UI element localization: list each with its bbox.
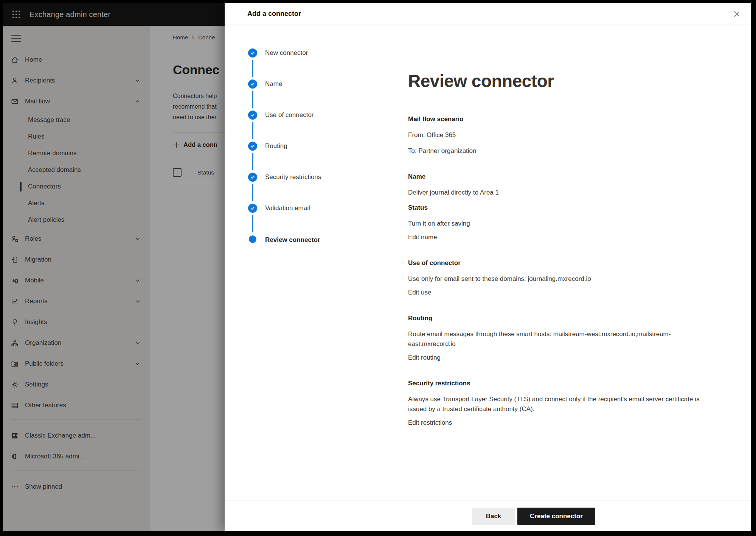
- panel-body: New connectorNameUse of connectorRouting…: [225, 25, 751, 500]
- app-window: Exchange admin center HomeRecipientsMail…: [3, 3, 751, 531]
- review-edit-link-edit-name[interactable]: Edit name: [408, 232, 709, 242]
- check-icon: [250, 50, 255, 56]
- review-section-title-security-restrictions: Security restrictions: [408, 379, 709, 388]
- step-circle: [248, 173, 257, 182]
- review-section-title-name: Name: [408, 172, 709, 182]
- check-icon: [250, 206, 255, 211]
- wizard-stepper: New connectorNameUse of connectorRouting…: [225, 25, 380, 500]
- review-text-use-only-for-email-sent-to-the: Use only for email sent to these domains…: [408, 274, 709, 284]
- review-heading: Review connector: [408, 70, 751, 92]
- close-icon: [733, 10, 740, 18]
- review-text-from-office-365: From: Office 365: [408, 130, 709, 140]
- review-section-title-routing: Routing: [408, 313, 709, 323]
- step-label: Validation email: [265, 204, 310, 213]
- review-edit-link-edit-use[interactable]: Edit use: [408, 288, 709, 298]
- step-label: Routing: [265, 142, 287, 151]
- review-content: Review connector Mail flow scenarioFrom:…: [380, 25, 751, 500]
- step-circle: [248, 204, 257, 213]
- step-security-restrictions[interactable]: Security restrictions: [248, 173, 380, 204]
- step-label: Security restrictions: [265, 173, 321, 182]
- review-section-title-mail-flow-scenario: Mail flow scenario: [408, 114, 709, 124]
- review-section-title-use-of-connector: Use of connector: [408, 258, 709, 268]
- panel-footer: Back Create connector: [225, 500, 751, 531]
- panel-title: Add a connector: [247, 10, 301, 18]
- review-blocks: Mail flow scenarioFrom: Office 365To: Pa…: [408, 114, 709, 428]
- step-circle: [248, 142, 257, 151]
- check-icon: [250, 175, 255, 180]
- step-circle: [249, 235, 256, 243]
- create-connector-button[interactable]: Create connector: [517, 508, 595, 525]
- step-routing[interactable]: Routing: [248, 142, 380, 173]
- step-label: New connector: [265, 48, 308, 58]
- step-label: Name: [265, 79, 282, 89]
- step-label: Use of connector: [265, 111, 314, 120]
- step-name[interactable]: Name: [248, 79, 380, 111]
- check-icon: [250, 112, 255, 118]
- review-text-deliver-journal-directly-to-ar: Deliver journal directly to Area 1: [408, 188, 709, 198]
- step-review-connector[interactable]: Review connector: [248, 235, 380, 266]
- step-use-of-connector[interactable]: Use of connector: [248, 111, 380, 142]
- review-section-title-status: Status: [408, 203, 709, 213]
- close-button[interactable]: [731, 8, 743, 20]
- review-edit-link-edit-routing[interactable]: Edit routing: [408, 353, 709, 363]
- step-label: Review connector: [265, 235, 320, 245]
- review-text-route-email-messages-through-t: Route email messages through these smart…: [408, 329, 709, 349]
- review-text-turn-it-on-after-saving: Turn it on after saving: [408, 219, 709, 229]
- step-circle: [248, 79, 257, 89]
- panel-header: Add a connector: [225, 3, 751, 25]
- step-new-connector[interactable]: New connector: [248, 48, 380, 79]
- step-circle: [248, 111, 257, 120]
- step-validation-email[interactable]: Validation email: [248, 204, 380, 235]
- review-edit-link-edit-restrictions[interactable]: Edit restrictions: [408, 418, 709, 428]
- add-connector-panel: Add a connector New connectorNameUse of …: [225, 3, 751, 531]
- step-circle: [248, 48, 257, 58]
- back-button[interactable]: Back: [472, 508, 515, 525]
- check-icon: [250, 81, 255, 87]
- check-icon: [250, 143, 255, 149]
- review-text-to-partner-organization: To: Partner organization: [408, 146, 709, 156]
- review-text-always-use-transport-layer-sec: Always use Transport Layer Security (TLS…: [408, 394, 709, 414]
